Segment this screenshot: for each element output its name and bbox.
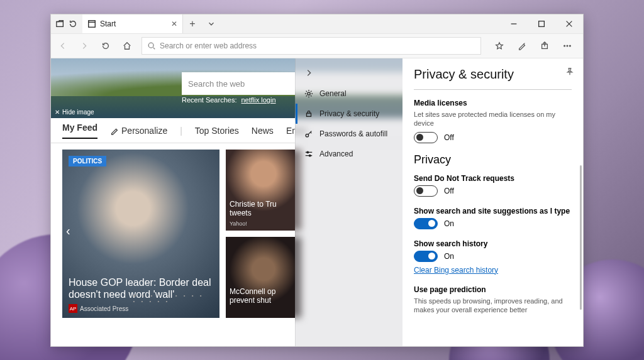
svg-rect-0 bbox=[57, 22, 64, 27]
feed-tab-personalize[interactable]: Personalize bbox=[110, 126, 167, 136]
close-window-button[interactable] bbox=[555, 14, 583, 33]
clear-history-link[interactable]: Clear Bing search history bbox=[414, 266, 498, 275]
settings-nav-advanced[interactable]: Advanced bbox=[296, 144, 402, 164]
prediction-head: Use page prediction bbox=[414, 285, 572, 294]
refresh-button[interactable] bbox=[99, 39, 113, 53]
feed-tab-myfeed[interactable]: My Feed bbox=[62, 123, 97, 139]
prediction-sub: This speeds up browsing, improves readin… bbox=[414, 297, 572, 315]
nav-separator: | bbox=[180, 126, 182, 136]
settings-nav: General Privacy & security Passwords & a… bbox=[296, 58, 402, 346]
suggestions-state: On bbox=[444, 219, 454, 228]
news-category-tag: POLITICS bbox=[69, 156, 106, 166]
svg-point-13 bbox=[308, 92, 310, 95]
dnt-toggle[interactable] bbox=[414, 185, 438, 197]
svg-point-7 bbox=[148, 43, 153, 48]
svg-point-10 bbox=[564, 45, 565, 46]
settings-panel: Privacy & security Media licenses Let si… bbox=[402, 58, 583, 346]
lock-icon bbox=[304, 109, 313, 118]
news-source: AP Associated Press bbox=[69, 304, 128, 313]
forward-button[interactable] bbox=[77, 39, 91, 53]
media-licenses-head: Media licenses bbox=[414, 99, 572, 107]
mini-photo bbox=[226, 237, 301, 318]
address-placeholder: Search or enter web address bbox=[160, 41, 257, 50]
toolbar: Search or enter web address bbox=[51, 33, 583, 58]
suggestions-toggle[interactable] bbox=[414, 218, 438, 229]
media-licenses-state: Off bbox=[444, 133, 454, 142]
feed-tab-news[interactable]: News bbox=[252, 126, 274, 136]
web-search-placeholder: Search the web bbox=[188, 79, 245, 89]
hide-image-button[interactable]: ✕ Hide image bbox=[55, 109, 94, 116]
history-head: Show search history bbox=[414, 239, 572, 248]
address-bar[interactable]: Search or enter web address bbox=[142, 37, 481, 55]
favorite-button[interactable] bbox=[492, 39, 506, 53]
folder-icon bbox=[56, 19, 65, 28]
media-licenses-toggle[interactable] bbox=[414, 132, 438, 143]
dnt-state: Off bbox=[444, 187, 454, 195]
tab-title: Start bbox=[100, 19, 116, 28]
notes-button[interactable] bbox=[515, 39, 529, 53]
back-button[interactable] bbox=[56, 39, 70, 53]
settings-nav-general[interactable]: General bbox=[296, 84, 402, 104]
maximize-button[interactable] bbox=[528, 14, 555, 33]
feed-tab-topstories[interactable]: Top Stories bbox=[195, 126, 239, 136]
share-button[interactable] bbox=[538, 39, 552, 53]
mini-headline: McConnell op prevent shut bbox=[230, 288, 297, 305]
tab-page-icon bbox=[87, 19, 96, 28]
svg-point-15 bbox=[306, 134, 308, 136]
home-button[interactable] bbox=[120, 39, 134, 53]
news-card-side-1[interactable]: Christie to Tru tweets Yahoo! bbox=[226, 150, 301, 231]
panel-title: Privacy & security bbox=[414, 67, 572, 90]
settings-flyout: General Privacy & security Passwords & a… bbox=[295, 58, 583, 346]
tab-close-icon[interactable]: ✕ bbox=[171, 19, 177, 28]
svg-point-19 bbox=[309, 155, 311, 156]
recent-search-link[interactable]: netflix login bbox=[242, 96, 276, 104]
pencil-icon bbox=[110, 126, 119, 135]
mini-source: Yahoo! bbox=[230, 221, 247, 227]
tab-start[interactable]: Start ✕ bbox=[82, 14, 183, 33]
privacy-heading: Privacy bbox=[414, 153, 572, 166]
carousel-dots: ● • • • • • • • • • • • • • bbox=[133, 293, 212, 304]
recent-searches: Recent Searches: netflix login bbox=[182, 96, 276, 104]
mini-photo bbox=[226, 150, 301, 231]
search-icon bbox=[147, 41, 156, 50]
gear-icon bbox=[304, 89, 313, 98]
more-button[interactable] bbox=[560, 39, 574, 53]
settings-nav-passwords[interactable]: Passwords & autofill bbox=[296, 124, 402, 144]
source-badge: AP bbox=[69, 304, 77, 313]
history-toggle[interactable] bbox=[414, 251, 438, 262]
suggestions-head: Show search and site suggestions as I ty… bbox=[414, 207, 572, 215]
history-state: On bbox=[444, 252, 454, 261]
svg-point-18 bbox=[307, 151, 309, 153]
svg-point-12 bbox=[570, 45, 571, 46]
svg-rect-1 bbox=[89, 21, 96, 28]
minimize-button[interactable] bbox=[500, 14, 528, 33]
news-card-main[interactable]: POLITICS ‹ House GOP leader: Border deal… bbox=[62, 150, 219, 318]
settings-nav-privacy[interactable]: Privacy & security bbox=[296, 104, 402, 124]
news-card-side-2[interactable]: McConnell op prevent shut bbox=[226, 237, 301, 318]
settings-back-button[interactable] bbox=[296, 62, 402, 84]
history-icon bbox=[69, 19, 77, 28]
sliders-icon bbox=[304, 150, 313, 158]
dnt-head: Send Do Not Track requests bbox=[414, 174, 572, 183]
panel-scrollbar[interactable] bbox=[580, 165, 582, 310]
tab-dropdown-icon[interactable] bbox=[202, 14, 221, 33]
svg-point-11 bbox=[567, 45, 568, 46]
svg-line-8 bbox=[153, 48, 155, 50]
pin-button[interactable] bbox=[565, 67, 574, 79]
titlebar: Start ✕ + bbox=[51, 14, 583, 33]
key-icon bbox=[304, 129, 313, 138]
svg-rect-4 bbox=[539, 21, 545, 27]
new-tab-button[interactable]: + bbox=[183, 14, 202, 33]
carousel-prev-icon[interactable]: ‹ bbox=[66, 224, 70, 238]
mini-headline: Christie to Tru tweets bbox=[230, 200, 297, 218]
svg-rect-14 bbox=[307, 113, 311, 116]
browser-window: Start ✕ + Search or enter web address bbox=[50, 14, 584, 347]
media-licenses-sub: Let sites save protected media licenses … bbox=[414, 110, 572, 128]
